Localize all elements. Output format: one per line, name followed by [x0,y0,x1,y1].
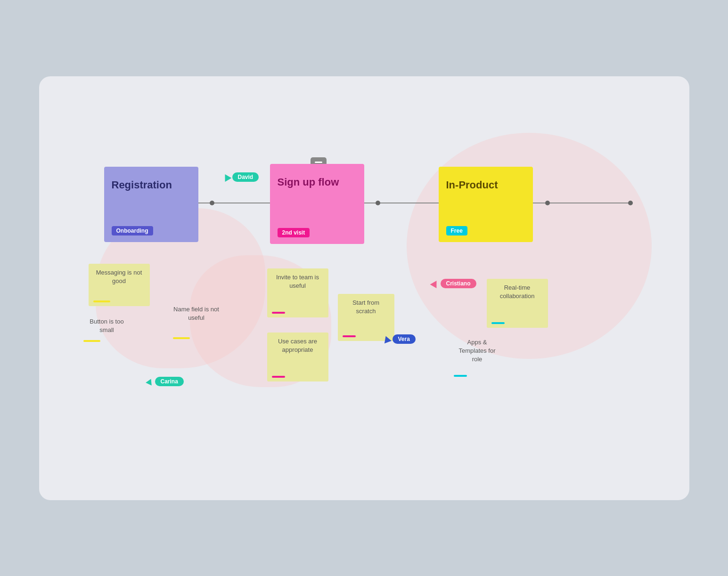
carina-cursor-arrow [146,377,154,385]
user-cursor-david: David [223,172,259,182]
sticky-text: Messaging is not good [96,269,142,284]
registration-tag: Onboarding [112,226,153,235]
vera-label: Vera [393,334,416,344]
sticky-text: Name field is not useful [173,306,219,321]
timeline-dot [210,201,214,205]
sticky-bar [454,375,467,377]
inproduct-card[interactable]: In-Product Free [439,167,533,242]
sticky-text: Use cases are appropriate [278,338,317,353]
sticky-bar [83,340,100,342]
sticky-realtime[interactable]: Real-time collaboration [487,279,548,328]
sticky-bar [272,376,285,378]
registration-card[interactable]: Registration Onboarding [104,167,198,242]
sticky-bar [343,335,356,337]
sticky-bar [491,322,505,324]
timeline-dot [545,201,550,205]
user-cursor-vera: Vera [383,334,416,344]
sticky-text: Real-time collaboration [500,284,535,300]
user-cursor-cristiano: Cristiano [431,279,476,288]
sticky-text: Start from scratch [352,299,379,315]
sticky-apps-templates[interactable]: Apps & Templates for role [449,333,506,381]
sticky-messaging[interactable]: Messaging is not good [89,264,150,306]
inproduct-tag: Free [446,226,467,235]
sticky-name-field[interactable]: Name field is not useful [168,300,225,343]
sticky-text: Button is too small [90,318,123,333]
cristiano-label: Cristiano [441,279,476,288]
carina-label: Carina [155,377,184,386]
inproduct-title: In-Product [446,179,498,191]
signup-tag: 2nd visit [278,228,310,237]
sticky-start-scratch[interactable]: Start from scratch [338,294,394,341]
sticky-text: Invite to team is useful [276,274,319,289]
sticky-invite-team[interactable]: Invite to team is useful [267,268,328,317]
user-cursor-carina: Carina [147,377,184,386]
registration-title: Registration [112,179,172,191]
cristiano-cursor-arrow [430,278,440,288]
main-canvas: Registration Onboarding Sign up flow 2nd… [39,76,689,500]
sticky-bar [173,337,190,339]
signup-card[interactable]: Sign up flow 2nd visit [270,164,364,244]
sticky-text: Apps & Templates for role [458,339,495,363]
sticky-button-small[interactable]: Button is too small [79,313,135,346]
vera-cursor-arrow [382,334,392,343]
sticky-bar [93,300,110,302]
david-label: David [232,172,259,182]
signup-title: Sign up flow [278,176,339,188]
timeline-dot [628,201,633,205]
timeline-dot [376,201,380,205]
sticky-use-cases[interactable]: Use cases are appropriate [267,333,328,381]
david-cursor-arrow [221,172,231,181]
sticky-bar [272,312,285,314]
